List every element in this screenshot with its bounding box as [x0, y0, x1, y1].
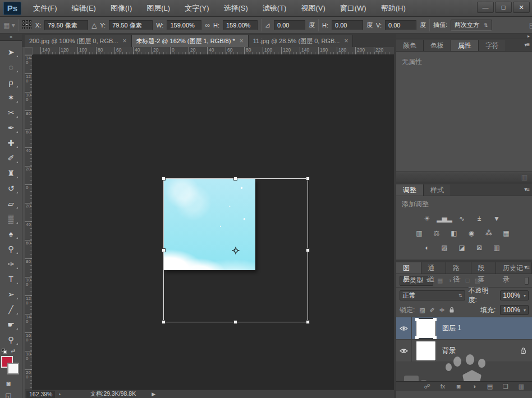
layer-row-layer1[interactable]: 图层 1: [396, 317, 532, 340]
hue-saturation-icon[interactable]: ▥: [413, 228, 425, 238]
x-input[interactable]: 79.50 像素: [44, 20, 88, 30]
menu-item[interactable]: 滤镜(T): [255, 0, 294, 17]
menu-item[interactable]: 编辑(E): [65, 0, 103, 17]
zoom-tool[interactable]: ⚲: [3, 332, 20, 347]
free-transform-bounding-box[interactable]: [163, 178, 308, 322]
tab-swatches[interactable]: 色板: [424, 40, 451, 51]
eyedropper-tool[interactable]: ✒: [3, 120, 20, 135]
status-menu-arrow-icon[interactable]: ▶: [152, 391, 155, 397]
menu-item[interactable]: 选择(S): [216, 0, 255, 17]
lock-pixels-icon[interactable]: ✐: [430, 307, 435, 314]
tab-paragraph[interactable]: 段落: [471, 262, 497, 274]
maximize-button[interactable]: □: [495, 2, 512, 13]
fill-select[interactable]: 100% ▾: [500, 305, 529, 315]
vertical-ruler[interactable]: 1401201008060402002040608010012014016018…: [25, 55, 33, 390]
layer-thumbnail[interactable]: [416, 341, 435, 360]
curves-icon[interactable]: ∿: [456, 214, 468, 223]
tab-color[interactable]: 颜色: [396, 40, 424, 51]
layer-thumbnail[interactable]: [416, 319, 435, 338]
panel-menu-icon[interactable]: ▾≡: [524, 41, 529, 48]
menu-item[interactable]: 文件(F): [26, 0, 65, 17]
gradient-map-icon[interactable]: ⊠: [473, 243, 485, 252]
transform-handle-e[interactable]: [306, 248, 310, 252]
width-input[interactable]: 159.00%: [167, 20, 201, 30]
tab-adjustments[interactable]: 调整: [396, 184, 424, 196]
elliptical-marquee-tool[interactable]: ◌: [3, 59, 20, 75]
tab-properties[interactable]: 属性: [451, 40, 479, 51]
gradient-tool[interactable]: ▒: [3, 211, 20, 226]
vibrance-icon[interactable]: ▼: [490, 214, 503, 223]
new-adjustment-layer-icon[interactable]: ◑: [470, 383, 478, 390]
canvas-viewport[interactable]: [33, 55, 394, 390]
move-tool[interactable]: ➤: [3, 44, 20, 59]
swap-colors-icon[interactable]: ⇄: [11, 348, 15, 354]
layer-styles-icon[interactable]: fx: [439, 383, 447, 390]
clone-stamp-tool[interactable]: ♜: [3, 165, 20, 181]
tab-styles[interactable]: 样式: [424, 184, 451, 196]
transform-handle-w[interactable]: [162, 248, 166, 252]
tool-preset-icon[interactable]: ▦ ▾: [3, 21, 15, 29]
minimize-button[interactable]: —: [477, 2, 494, 13]
lock-transparency-icon[interactable]: ▨: [419, 307, 425, 314]
height-input[interactable]: 159.00%: [223, 20, 258, 30]
posterize-icon[interactable]: ▨: [438, 243, 451, 252]
vskew-input[interactable]: 0.00: [385, 20, 416, 30]
line-tool[interactable]: ╱: [3, 302, 20, 317]
threshold-icon[interactable]: ◪: [456, 243, 468, 252]
invert-icon[interactable]: ◐: [421, 243, 433, 252]
default-colors-icon[interactable]: [2, 349, 7, 354]
maintain-aspect-icon[interactable]: ∞: [205, 21, 210, 29]
menu-item[interactable]: 图层(L): [139, 0, 177, 17]
doc-tab-200jpg[interactable]: 200.jpg @ 100% (图层 0, RGB... ×: [25, 35, 132, 47]
healing-brush-tool[interactable]: ✚: [3, 135, 20, 150]
menu-item[interactable]: 文字(Y): [177, 0, 216, 17]
opacity-select[interactable]: 100% ▾: [500, 290, 529, 300]
blend-mode-select[interactable]: 正常 ⇅: [400, 290, 465, 300]
interpolation-select[interactable]: 两次立方 ⇅: [451, 20, 492, 31]
pen-tool[interactable]: ✑: [3, 256, 20, 271]
warp-mode-icon[interactable]: ◱: [529, 21, 532, 29]
filter-smart-objects-icon[interactable]: ▨: [474, 277, 480, 284]
layer-row-background[interactable]: 背景: [396, 340, 532, 362]
reference-point-locator[interactable]: [22, 20, 32, 30]
delete-icon[interactable]: ▥: [521, 173, 528, 181]
color-lookup-icon[interactable]: ▦: [500, 228, 512, 238]
filter-adjustment-layers-icon[interactable]: ◑: [448, 277, 452, 284]
new-group-icon[interactable]: ▤: [486, 383, 494, 390]
path-selection-tool[interactable]: ➢: [3, 286, 20, 302]
horizontal-ruler[interactable]: 1401201008060402002040608010012014016018…: [33, 47, 394, 55]
tab-layers[interactable]: 图层: [396, 262, 421, 274]
magic-wand-tool[interactable]: ✶: [3, 90, 20, 105]
lasso-tool[interactable]: ρ: [3, 75, 20, 90]
tab-paths[interactable]: 路径: [446, 262, 471, 274]
dodge-tool[interactable]: ⚲: [3, 241, 20, 256]
levels-icon[interactable]: ▂▅▂: [438, 214, 451, 223]
filter-shape-layers-icon[interactable]: □: [466, 277, 470, 284]
link-layers-icon[interactable]: ☍: [423, 383, 431, 390]
exposure-icon[interactable]: ±: [473, 214, 485, 223]
zoom-level-field[interactable]: 162.39%: [26, 391, 55, 398]
layer-visibility-toggle[interactable]: [396, 340, 412, 362]
layer-name[interactable]: 图层 1: [442, 323, 461, 333]
crop-tool[interactable]: ✂: [3, 105, 20, 120]
angle-input[interactable]: 0.00: [274, 20, 305, 30]
ruler-origin-corner[interactable]: [25, 47, 33, 55]
transform-handle-se[interactable]: [306, 320, 310, 324]
brightness-contrast-icon[interactable]: ☀: [421, 214, 433, 223]
quick-mask-button[interactable]: ◙: [0, 377, 17, 390]
lock-position-icon[interactable]: ✛: [439, 307, 444, 314]
type-tool[interactable]: T: [3, 271, 20, 286]
collapse-dock-icon[interactable]: ▸: [396, 34, 532, 39]
transform-handle-n[interactable]: [233, 177, 237, 181]
doc-tab-11jpg[interactable]: 11.jpg @ 28.5% (图层 0, RGB... ×: [249, 35, 354, 47]
hskew-input[interactable]: 0.00: [332, 20, 363, 30]
transform-handle-ne[interactable]: [306, 177, 310, 181]
transformed-layer-image[interactable]: [164, 179, 255, 270]
blur-tool[interactable]: ♠: [3, 226, 20, 241]
layer-visibility-toggle[interactable]: [396, 317, 412, 339]
transform-handle-sw[interactable]: [162, 320, 166, 324]
tab-character[interactable]: 字符: [479, 40, 506, 51]
close-tab-icon[interactable]: ×: [344, 37, 348, 45]
channel-mixer-icon[interactable]: ⁂: [483, 228, 495, 238]
background-color-swatch[interactable]: [7, 363, 19, 374]
